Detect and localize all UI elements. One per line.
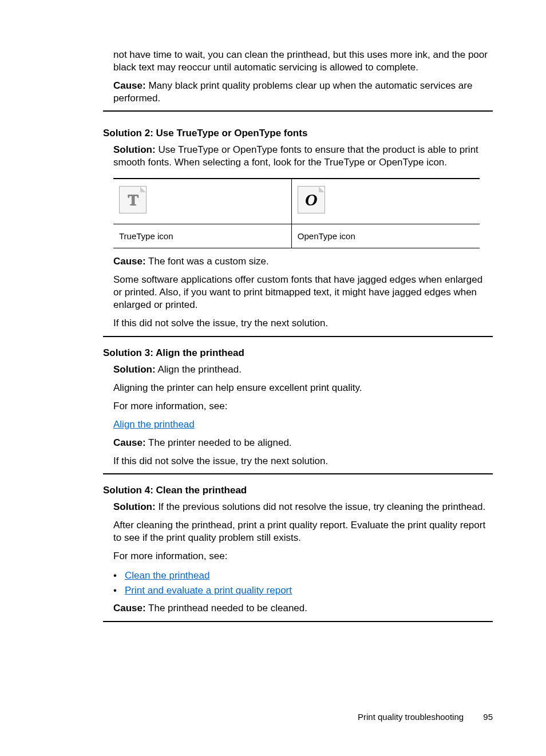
solution4-cause: Cause: The printhead needed to be cleane… <box>113 602 493 615</box>
solution-text: Use TrueType or OpenType fonts to ensure… <box>113 144 478 168</box>
truetype-icon-cell: T <box>113 179 291 224</box>
cause-text: The printhead needed to be cleaned. <box>146 603 307 613</box>
divider <box>103 336 493 337</box>
document-content: not have time to wait, you can clean the… <box>103 49 493 622</box>
icon-fold <box>140 187 146 192</box>
footer-page-number: 95 <box>483 712 493 722</box>
clean-printhead-link[interactable]: Clean the printhead <box>125 570 209 581</box>
align-printhead-link[interactable]: Align the printhead <box>113 419 195 430</box>
cause-label: Cause: <box>113 80 146 91</box>
solution3-heading: Solution 3: Align the printhead <box>103 347 493 359</box>
solution3-p2: For more information, see: <box>113 400 493 413</box>
cause-text: Many black print quality problems clear … <box>113 80 472 104</box>
cause-label: Cause: <box>113 256 146 267</box>
font-icon-table: T O TrueType icon OpenType icon <box>113 178 480 249</box>
solution3-text: Solution: Align the printhead. <box>113 363 493 376</box>
truetype-glyph: T <box>128 191 139 209</box>
divider <box>103 110 493 112</box>
solution3-cause: Cause: The printer needed to be aligned. <box>113 437 493 449</box>
solution-label: Solution: <box>113 364 156 375</box>
divider <box>103 621 493 622</box>
solution4-link-list: Clean the printhead Print and evaluate a… <box>113 568 493 597</box>
page-footer: Print quality troubleshooting 95 <box>358 712 493 722</box>
footer-section: Print quality troubleshooting <box>358 712 464 722</box>
opentype-icon: O <box>298 186 325 213</box>
solution2-p2: If this did not solve the issue, try the… <box>113 317 493 330</box>
solution-text: Align the printhead. <box>156 364 242 375</box>
intro-paragraph: not have time to wait, you can clean the… <box>113 49 493 74</box>
solution-label: Solution: <box>113 144 156 155</box>
solution3-p3: If this did not solve the issue, try the… <box>113 455 493 468</box>
print-quality-report-link[interactable]: Print and evaluate a print quality repor… <box>125 585 292 596</box>
intro-cause: Cause: Many black print quality problems… <box>113 80 493 105</box>
solution4-text: Solution: If the previous solutions did … <box>113 501 493 513</box>
icon-fold <box>319 187 325 192</box>
cause-label: Cause: <box>113 603 146 613</box>
solution4-p1: After cleaning the printhead, print a pr… <box>113 519 493 544</box>
truetype-label: TrueType icon <box>113 224 291 248</box>
solution4-p2: For more information, see: <box>113 550 493 563</box>
cause-label: Cause: <box>113 437 146 448</box>
truetype-icon: T <box>119 186 147 213</box>
solution2-cause: Cause: The font was a custom size. <box>113 255 493 268</box>
cause-text: The font was a custom size. <box>146 256 269 267</box>
divider <box>103 473 493 474</box>
list-item: Clean the printhead <box>113 568 493 583</box>
solution-text: If the previous solutions did not resolv… <box>156 501 485 512</box>
solution-label: Solution: <box>113 501 156 512</box>
opentype-glyph: O <box>305 190 318 209</box>
solution2-text: Solution: Use TrueType or OpenType fonts… <box>113 144 493 169</box>
opentype-icon-cell: O <box>291 179 480 224</box>
list-item: Print and evaluate a print quality repor… <box>113 583 493 598</box>
solution4-heading: Solution 4: Clean the printhead <box>103 485 493 496</box>
opentype-label: OpenType icon <box>291 224 480 248</box>
solution3-p1: Aligning the printer can help ensure exc… <box>113 382 493 394</box>
solution3-link-p: Align the printhead <box>113 418 493 431</box>
solution2-p1: Some software applications offer custom … <box>113 274 493 311</box>
solution2-heading: Solution 2: Use TrueType or OpenType fon… <box>103 128 493 139</box>
cause-text: The printer needed to be aligned. <box>146 437 292 448</box>
